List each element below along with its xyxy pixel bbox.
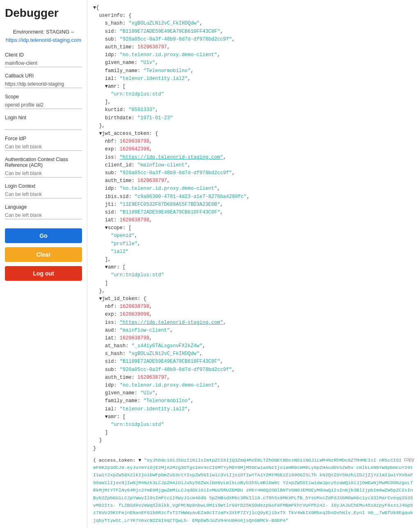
main-panel: ▼{ userinfo: { s_hash: "xgBOLuZLNi2vC_Fk… [87, 0, 420, 528]
go-button[interactable]: Go [5, 228, 82, 243]
environment-block: Environment: STAGING – https://idp.telen… [5, 28, 82, 44]
environment-label: Environment: STAGING – [13, 29, 74, 35]
callback-uri-field: Callback URI [5, 73, 82, 88]
force-idp-input[interactable] [5, 143, 82, 151]
client-id-field: Client ID [5, 52, 82, 67]
page-title: Debugger [5, 7, 82, 20]
scope-collapse-arrow[interactable]: ▼ [105, 225, 108, 231]
client-id-label: Client ID [5, 52, 82, 58]
json-viewer: ▼{ userinfo: { s_hash: "xgBOLuZLNi2vC_Fk… [93, 4, 414, 453]
scope-field: Scope [5, 94, 82, 109]
sidebar: Debugger Environment: STAGING – https://… [0, 0, 87, 528]
jwt-id-collapse-arrow[interactable]: ▼ [99, 296, 102, 302]
callback-uri-input[interactable] [5, 80, 82, 88]
language-label: Language [5, 204, 82, 210]
acr-field: Authentication Context Class Reference (… [5, 157, 82, 178]
language-field: Language [5, 204, 82, 219]
force-idp-field: Force IdP [5, 136, 82, 151]
copy-button[interactable]: copy [404, 457, 414, 462]
login-hint-input[interactable] [5, 122, 82, 130]
acr-label: Authentication Context Class Reference (… [5, 157, 82, 168]
scope-label: Scope [5, 94, 82, 100]
client-id-input[interactable] [5, 59, 82, 67]
login-context-label: Login Context [5, 183, 82, 189]
language-input[interactable] [5, 212, 82, 219]
login-context-field: Login Context [5, 183, 82, 198]
access-token-collapse-arrow[interactable]: ▼ [138, 457, 141, 463]
login-hint-field: Login hint [5, 115, 82, 130]
access-token-section: { access_token: ▼ "eyJhbGciOiJSUzI1NiIsI… [93, 457, 414, 525]
login-hint-label: Login hint [5, 115, 82, 121]
jwt-access-collapse-arrow[interactable]: ▼ [99, 131, 102, 137]
clear-button[interactable]: Clear [5, 247, 82, 262]
login-context-input[interactable] [5, 191, 82, 198]
logout-button[interactable]: Log out [5, 266, 82, 281]
force-idp-label: Force IdP [5, 136, 82, 141]
environment-url[interactable]: https://idp.telenorid-staging.com [6, 37, 81, 43]
amr3-collapse-arrow[interactable]: ▼ [105, 414, 108, 420]
acr-input[interactable] [5, 170, 82, 178]
amr-collapse-arrow[interactable]: ▼ [105, 84, 108, 89]
callback-uri-label: Callback URI [5, 73, 82, 79]
amr2-collapse-arrow[interactable]: ▼ [105, 264, 108, 270]
scope-input[interactable] [5, 101, 82, 109]
